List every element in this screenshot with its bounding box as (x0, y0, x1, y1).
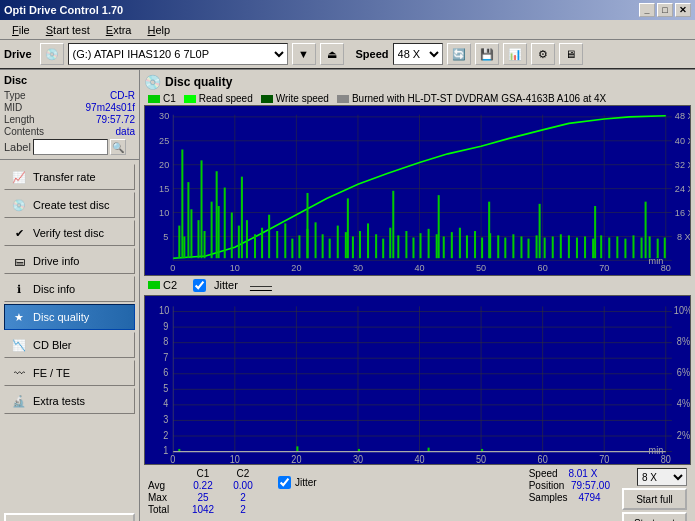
svg-rect-103 (664, 238, 666, 259)
disc-label-input[interactable] (33, 139, 108, 155)
svg-rect-94 (592, 239, 594, 259)
nav-fe-te[interactable]: 〰 FE / TE (4, 360, 135, 386)
svg-rect-61 (337, 226, 339, 259)
svg-text:2%: 2% (677, 428, 690, 440)
nav-fe-te-label: FE / TE (33, 367, 70, 379)
stats-samples-label: Samples (529, 492, 568, 503)
svg-text:10: 10 (230, 453, 240, 464)
svg-rect-110 (438, 195, 440, 258)
chart2-wrapper: 10 9 8 7 6 5 4 3 2 1 10% 8% 6% 4% 2% (144, 295, 691, 466)
close-button[interactable]: ✕ (675, 3, 691, 17)
legend-write-speed: Write speed (261, 93, 329, 104)
menu-start-test[interactable]: Start test (38, 22, 98, 38)
stats-position-label: Position (529, 480, 565, 491)
drive-select[interactable]: (G:) ATAPI IHAS120 6 7L0P (68, 43, 288, 65)
svg-text:0: 0 (170, 453, 175, 464)
start-part-button[interactable]: Start part (622, 512, 687, 521)
nav-disc-info[interactable]: ℹ Disc info (4, 276, 135, 302)
nav-extra-tests[interactable]: 🔬 Extra tests (4, 388, 135, 414)
nav-transfer-rate[interactable]: 📈 Transfer rate (4, 164, 135, 190)
maximize-button[interactable]: □ (657, 3, 673, 17)
drive-label: Drive (4, 48, 32, 60)
svg-text:70: 70 (599, 453, 609, 464)
svg-rect-43 (204, 231, 206, 258)
status-window-btn[interactable]: Status window >> (4, 513, 135, 521)
menu-extra[interactable]: Extra (98, 22, 140, 38)
svg-rect-86 (528, 239, 530, 259)
stats-avg-c1: 0.22 (184, 480, 222, 491)
start-full-button[interactable]: Start full (622, 488, 687, 510)
menu-file[interactable]: File (4, 22, 38, 38)
minimize-button[interactable]: _ (639, 3, 655, 17)
drive-info-icon: 🖴 (11, 253, 27, 269)
svg-text:15: 15 (159, 183, 169, 194)
svg-text:5: 5 (163, 230, 168, 241)
speed-select[interactable]: 48 X Max 8 X 16 X 24 X 32 X (393, 43, 443, 65)
nav-transfer-rate-label: Transfer rate (33, 171, 96, 183)
stats-jitter-checkbox[interactable] (278, 476, 291, 489)
svg-rect-83 (504, 238, 506, 259)
disc-label-label: Label (4, 141, 31, 153)
svg-rect-87 (536, 235, 538, 258)
jitter-underline-label: —— (250, 279, 272, 291)
stats-avg-label: Avg (148, 480, 178, 491)
svg-text:60: 60 (538, 262, 548, 273)
svg-text:40 X: 40 X (675, 135, 690, 146)
svg-rect-40 (183, 236, 185, 258)
drive-toolbar: Drive 💿 (G:) ATAPI IHAS120 6 7L0P ▼ ⏏ Sp… (0, 40, 695, 70)
stats-bar: C1 C2 Avg 0.22 0.00 Max 25 2 Total 1042 … (144, 465, 691, 521)
nav-cd-bler[interactable]: 📉 CD Bler (4, 332, 135, 358)
nav-disc-quality[interactable]: ★ Disc quality (4, 304, 135, 330)
monitor-btn[interactable]: 🖥 (559, 43, 583, 65)
titlebar-controls[interactable]: _ □ ✕ (639, 3, 691, 17)
stats-total-c2: 2 (228, 504, 258, 515)
drive-props-btn[interactable]: ▼ (292, 43, 316, 65)
disc-length-row: Length 79:57.72 (4, 114, 135, 125)
chart2-svg: 10 9 8 7 6 5 4 3 2 1 10% 8% 6% 4% 2% (145, 296, 690, 465)
extra-tests-icon: 🔬 (11, 393, 27, 409)
legend-burned-label: Burned with HL-DT-ST DVDRAM GSA-4163B A1… (352, 93, 606, 104)
content-header: 💿 Disc quality (144, 74, 691, 90)
disc-mid-label: MID (4, 102, 22, 113)
charts-container: 30 25 20 15 10 5 48 X 40 X 32 X 24 X 16 … (144, 105, 691, 465)
disc-label-icon-btn[interactable]: 🔍 (110, 139, 126, 155)
svg-text:10: 10 (230, 262, 240, 273)
stats-total-c1: 1042 (184, 504, 222, 515)
svg-rect-104 (187, 182, 189, 258)
nav-drive-info[interactable]: 🖴 Drive info (4, 248, 135, 274)
refresh-btn[interactable]: 🔄 (447, 43, 471, 65)
disc-mid-row: MID 97m24s01f (4, 102, 135, 113)
disc-length-label: Length (4, 114, 35, 125)
svg-rect-88 (544, 238, 546, 259)
svg-text:16 X: 16 X (675, 206, 690, 217)
svg-text:2: 2 (163, 428, 168, 440)
svg-text:min: min (649, 254, 664, 265)
legend-c2-color (148, 281, 160, 289)
svg-rect-106 (241, 177, 243, 259)
svg-rect-52 (268, 215, 270, 258)
svg-text:0: 0 (170, 262, 175, 273)
stats-speed-row: Speed 8.01 X (529, 468, 610, 479)
nav-verify-test-disc[interactable]: ✔ Verify test disc (4, 220, 135, 246)
compare-btn[interactable]: 📊 (503, 43, 527, 65)
svg-text:4: 4 (163, 397, 168, 409)
drive-icon-btn[interactable]: 💿 (40, 43, 64, 65)
settings-btn[interactable]: ⚙ (531, 43, 555, 65)
svg-rect-77 (459, 228, 461, 258)
save-btn[interactable]: 💾 (475, 43, 499, 65)
menubar: File Start test Extra Help (0, 20, 695, 40)
svg-rect-68 (389, 228, 391, 258)
svg-rect-111 (488, 202, 490, 259)
stats-speed-dropdown[interactable]: 8 X 16 X 32 X 48 X Max (637, 468, 687, 486)
legend-c2: C2 (148, 279, 177, 291)
svg-rect-62 (345, 232, 347, 258)
titlebar: Opti Drive Control 1.70 _ □ ✕ (0, 0, 695, 20)
nav-extra-tests-label: Extra tests (33, 395, 85, 407)
eject-btn[interactable]: ⏏ (320, 43, 344, 65)
nav-create-test-disc[interactable]: 💿 Create test disc (4, 192, 135, 218)
jitter-checkbox[interactable] (193, 279, 206, 292)
menu-help[interactable]: Help (139, 22, 178, 38)
svg-text:30: 30 (353, 453, 363, 464)
stats-max-c1: 25 (184, 492, 222, 503)
svg-text:24 X: 24 X (675, 183, 690, 194)
